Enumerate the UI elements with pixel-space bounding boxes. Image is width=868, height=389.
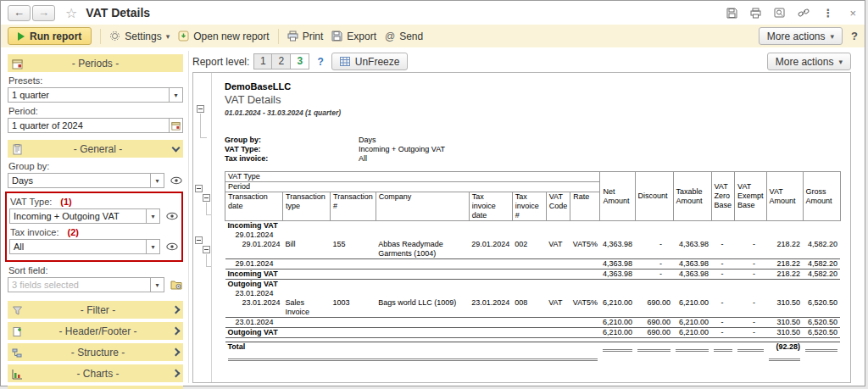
table-cell: 4,582.20 xyxy=(803,240,840,259)
report-level-help-button[interactable]: ? xyxy=(317,56,323,68)
panel-structure-header[interactable]: - Structure - xyxy=(8,343,183,361)
eye-icon[interactable] xyxy=(164,242,179,251)
table-cell: - xyxy=(735,270,767,280)
chevron-down-icon[interactable]: ▾ xyxy=(150,173,164,188)
settings-menu-button[interactable]: Settings ▾ xyxy=(109,31,170,42)
table-cell xyxy=(711,342,735,362)
run-report-button[interactable]: Run report xyxy=(8,27,92,45)
table-cell: 002 xyxy=(512,240,546,259)
export-button[interactable]: Export xyxy=(331,31,376,42)
table-row: 29.01.20244,363.98-4,363.98--218.224,582… xyxy=(225,259,841,270)
panel-general-header[interactable]: - General - xyxy=(8,140,183,158)
panel-filter-header[interactable]: - Filter - xyxy=(8,301,183,319)
printer-icon xyxy=(287,31,298,42)
table-cell: 29.01.2024 xyxy=(225,259,600,270)
collapse-header-group-button[interactable] xyxy=(197,105,204,113)
print-button[interactable]: Print xyxy=(287,31,324,42)
more-actions-button[interactable]: More actions ▾ xyxy=(759,27,843,45)
chart-bars-icon xyxy=(12,368,23,379)
chevron-down-icon[interactable]: ▾ xyxy=(146,239,160,254)
favorite-star-icon[interactable]: ☆ xyxy=(65,5,77,21)
main-content: - Periods - Presets: 1 quarter ▾ Period:… xyxy=(1,47,865,388)
table-cell: 23.01.2024 xyxy=(225,289,841,298)
save-icon[interactable] xyxy=(726,8,737,19)
chevron-right-icon xyxy=(172,306,181,314)
table-row: 23.01.2024Sales Invoice1003Bags world LL… xyxy=(225,298,841,318)
title-bar: ← → ☆ VAT Details ⋮ × xyxy=(1,1,865,25)
close-icon[interactable]: × xyxy=(849,7,856,19)
chevron-down-icon[interactable]: ▾ xyxy=(150,277,164,292)
table-cell: 690.00 xyxy=(635,298,673,318)
eye-icon[interactable] xyxy=(164,212,179,220)
unfreeze-button[interactable]: UnFreeze xyxy=(331,53,409,70)
presets-select[interactable]: 1 quarter ▾ xyxy=(8,87,183,103)
table-cell: Discount xyxy=(635,172,673,221)
table-cell: Outgoing VAT xyxy=(225,280,841,290)
open-new-report-button[interactable]: Open new report xyxy=(178,31,269,42)
sort-settings-icon[interactable] xyxy=(169,280,183,290)
table-cell: Abbas Readymade Garments (1004) xyxy=(376,240,469,259)
table-cell xyxy=(735,342,767,362)
table-cell: - xyxy=(711,328,735,338)
table-cell: 155 xyxy=(331,240,376,259)
table-row: 23.01.2024 xyxy=(225,289,841,298)
report-level-3-button[interactable]: 3 xyxy=(291,53,309,69)
print-label: Print xyxy=(303,31,324,42)
tree-line xyxy=(200,137,207,138)
eye-icon[interactable] xyxy=(169,176,183,185)
collapse-outgoing-vat-button[interactable] xyxy=(195,236,203,244)
settings-label: Settings xyxy=(125,31,161,42)
send-button[interactable]: @ Send xyxy=(385,31,423,42)
chevron-down-icon[interactable]: ▾ xyxy=(169,87,183,103)
gear-icon xyxy=(109,31,120,42)
period-field[interactable]: 1 quarter of 2024 xyxy=(8,118,183,133)
param-value: Incoming + Outgoing VAT xyxy=(359,145,445,154)
presets-label: Presets: xyxy=(8,75,183,86)
panel-structure-title: - Structure - xyxy=(23,347,173,358)
table-cell: Tax invoice date xyxy=(469,192,512,221)
panel-periods-title: - Periods - xyxy=(23,58,168,69)
collapse-incoming-vat-button[interactable] xyxy=(195,185,203,192)
help-button[interactable]: ? xyxy=(851,30,858,42)
report-table: VAT TypeNet AmountDiscountTaxable Amount… xyxy=(225,171,841,361)
chevron-down-icon[interactable]: ▾ xyxy=(146,208,160,224)
table-cell: 690.00 xyxy=(635,318,673,328)
report-viewer[interactable]: DemoBaseLLC VAT Details 01.01.2024 - 31.… xyxy=(192,72,851,383)
panel-header-footer-header[interactable]: - Header/Footer - xyxy=(8,322,183,340)
collapse-outgoing-period-button[interactable] xyxy=(203,246,210,253)
report-more-actions-button[interactable]: More actions ▾ xyxy=(767,53,851,70)
report-level-1-button[interactable]: 1 xyxy=(253,53,272,69)
panel-charts-header[interactable]: - Charts - xyxy=(8,364,183,382)
table-cell: - xyxy=(711,259,735,270)
tax-invoice-value: All xyxy=(9,239,146,254)
table-cell: VAT Code xyxy=(546,192,570,221)
link-icon[interactable] xyxy=(798,8,810,19)
forward-button[interactable]: → xyxy=(32,5,55,21)
header-footer-page-icon xyxy=(12,325,23,336)
table-cell: 6,210.00 xyxy=(600,328,635,338)
more-dots-icon[interactable]: ⋮ xyxy=(822,7,833,19)
table-cell: - xyxy=(735,259,767,270)
report-page: DemoBaseLLC VAT Details 01.01.2024 - 31.… xyxy=(212,73,850,382)
sort-field-select[interactable]: 3 fields selected ▾ xyxy=(8,277,164,292)
back-button[interactable]: ← xyxy=(8,5,31,21)
print-preview-icon[interactable] xyxy=(774,8,785,19)
structure-tree-icon xyxy=(12,347,23,358)
calendar-picker-icon[interactable] xyxy=(169,118,183,133)
send-label: Send xyxy=(399,31,423,42)
grid-icon xyxy=(340,57,350,66)
report-level-2-button[interactable]: 2 xyxy=(272,53,291,69)
table-cell: Outgoing VAT xyxy=(225,328,600,338)
vat-type-select[interactable]: Incoming + Outgoing VAT ▾ xyxy=(9,208,160,224)
report-more-actions-label: More actions xyxy=(776,56,834,68)
tax-invoice-select[interactable]: All ▾ xyxy=(9,239,160,254)
panel-header-footer-title: - Header/Footer - xyxy=(23,325,173,337)
print-icon[interactable] xyxy=(750,8,761,19)
param-label: Group by: xyxy=(225,136,359,145)
collapse-incoming-period-button[interactable] xyxy=(203,194,210,202)
general-settings-icon xyxy=(12,143,23,154)
group-by-select[interactable]: Days ▾ xyxy=(8,173,164,188)
sort-field-placeholder: 3 fields selected xyxy=(8,277,150,292)
panel-periods-header[interactable]: - Periods - xyxy=(8,54,183,72)
panel-format-header[interactable]: - Format - xyxy=(8,386,183,389)
